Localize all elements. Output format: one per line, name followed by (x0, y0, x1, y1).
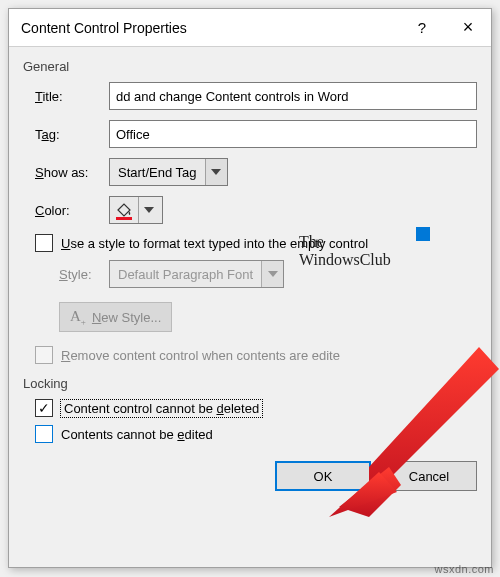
checkmark-icon: ✓ (38, 401, 50, 415)
color-picker[interactable] (109, 196, 163, 224)
cannot-edit-label: Contents cannot be edited (61, 427, 213, 442)
cannot-delete-label: Content control cannot be deleted (61, 400, 262, 417)
style-label: Style: (59, 267, 109, 282)
chevron-down-icon (138, 197, 158, 223)
title-input[interactable] (109, 82, 477, 110)
showas-label: Show as: (35, 165, 109, 180)
use-style-label: Use a style to format text typed into th… (61, 236, 368, 251)
dialog-footer: OK Cancel (23, 461, 477, 491)
tag-input[interactable] (109, 120, 477, 148)
new-style-button: A+ New Style... (59, 302, 172, 332)
cannot-delete-checkbox[interactable]: ✓ (35, 399, 53, 417)
paint-bucket-icon (114, 200, 134, 220)
use-style-checkbox[interactable] (35, 234, 53, 252)
style-combo: Default Paragraph Font (109, 260, 284, 288)
color-row: Color: (35, 196, 477, 224)
showas-combo[interactable]: Start/End Tag (109, 158, 228, 186)
cannot-edit-checkbox[interactable] (35, 425, 53, 443)
title-row: Title: (35, 82, 477, 110)
style-row: Style: Default Paragraph Font (59, 260, 477, 288)
help-button[interactable]: ? (399, 9, 445, 47)
remove-row: Remove content control when contents are… (35, 346, 477, 364)
cancel-label: Cancel (409, 469, 449, 484)
locking-section-label: Locking (23, 376, 477, 391)
remove-label: Remove content control when contents are… (61, 348, 340, 363)
showas-row: Show as: Start/End Tag (35, 158, 477, 186)
remove-checkbox (35, 346, 53, 364)
svg-rect-0 (116, 217, 132, 220)
new-style-label: New Style... (92, 310, 161, 325)
new-style-icon: A+ (70, 308, 86, 327)
general-section-label: General (23, 59, 477, 74)
dialog-body: General Title: Tag: Show as: Start/End T… (9, 47, 491, 501)
color-label: Color: (35, 203, 109, 218)
window-title: Content Control Properties (21, 20, 399, 36)
chevron-down-icon (261, 261, 283, 287)
cannot-delete-row: ✓ Content control cannot be deleted (35, 399, 477, 417)
ok-button[interactable]: OK (275, 461, 371, 491)
general-group: Title: Tag: Show as: Start/End Tag Color… (35, 82, 477, 364)
use-style-row: Use a style to format text typed into th… (35, 234, 477, 252)
title-label: Title: (35, 89, 109, 104)
style-value: Default Paragraph Font (110, 267, 261, 282)
ok-label: OK (314, 469, 333, 484)
help-icon: ? (418, 19, 426, 36)
titlebar: Content Control Properties ? × (9, 9, 491, 47)
cannot-edit-row: Contents cannot be edited (35, 425, 477, 443)
tag-row: Tag: (35, 120, 477, 148)
tag-label: Tag: (35, 127, 109, 142)
showas-value: Start/End Tag (110, 165, 205, 180)
content-control-properties-dialog: Content Control Properties ? × General T… (8, 8, 492, 568)
close-button[interactable]: × (445, 9, 491, 47)
locking-group: ✓ Content control cannot be deleted Cont… (35, 399, 477, 443)
close-icon: × (463, 17, 474, 38)
chevron-down-icon (205, 159, 227, 185)
cancel-button[interactable]: Cancel (381, 461, 477, 491)
new-style-row: A+ New Style... (59, 298, 477, 332)
